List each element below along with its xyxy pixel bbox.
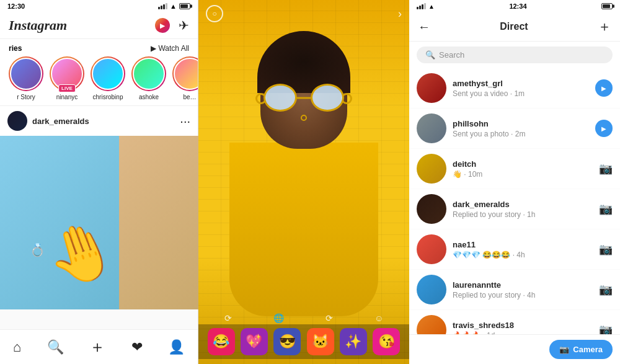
battery-icon — [179, 3, 190, 9]
dm-avatar — [417, 73, 446, 103]
camera-background: ○ › ⟳ — [198, 0, 409, 364]
dm-preview: Sent you a photo · 2m — [453, 130, 589, 138]
story-item[interactable]: chrisrobinp — [91, 56, 125, 100]
dm-preview: Replied to your story · 4h — [453, 291, 593, 300]
effect-sunglasses[interactable]: 😎 — [273, 328, 301, 355]
home-icon[interactable]: ⌂ — [13, 339, 21, 355]
story-name: r Story — [9, 94, 43, 100]
camera-btn-label: Camera — [573, 345, 603, 354]
camera-panel[interactable]: ○ › ⟳ — [198, 0, 409, 364]
dm-info: nae11 💎💎💎 😂😂😂 · 4h — [453, 240, 593, 259]
camera-ctrl-4[interactable]: ☺ — [374, 313, 383, 323]
dm-preview: Sent you a video · 1m — [453, 89, 589, 98]
dm-preview: 💎💎💎 😂😂😂 · 4h — [453, 251, 593, 259]
stories-header: ries ▶ Watch All — [0, 44, 198, 56]
feed-status-icons: ▲ — [158, 2, 190, 10]
back-button[interactable]: ← — [418, 20, 430, 34]
watch-all-button[interactable]: ▶ Watch All — [151, 44, 189, 53]
effect-sparkle[interactable]: ✨ — [340, 328, 367, 355]
camera-next-icon[interactable]: › — [398, 7, 402, 20]
reels-icon[interactable]: ▶ — [155, 18, 170, 33]
dm-username: deitch — [453, 159, 593, 169]
search-icon[interactable]: 🔍 — [47, 339, 64, 355]
stories-section: ries ▶ Watch All r Story LIVE ninanyc — [0, 39, 198, 106]
effect-kiss[interactable]: 😘 — [373, 328, 400, 355]
stories-label: ries — [9, 44, 22, 53]
dm-avatar — [417, 194, 446, 224]
post-image[interactable]: 🤚 💍 — [0, 136, 198, 309]
dm-info: amethyst_grl Sent you a video · 1m — [453, 79, 589, 98]
feed-time: 12:30 — [7, 2, 25, 10]
dm-play-button[interactable]: ▶ — [595, 120, 613, 137]
dm-info: phillsohn Sent you a photo · 2m — [453, 119, 589, 138]
dm-username: laurenanntte — [453, 280, 593, 290]
dm-camera-icon[interactable]: 📷 — [599, 323, 613, 334]
story-name: ashoke — [131, 94, 166, 100]
search-placeholder: Search — [439, 50, 464, 60]
dm-username: travis_shreds18 — [453, 321, 593, 330]
effect-heart[interactable]: 💖 — [241, 328, 268, 355]
feed-nav: ⌂ 🔍 ＋ ❤ 👤 — [0, 329, 198, 364]
dm-item[interactable]: amethyst_grl Sent you a video · 1m ▶ — [409, 68, 620, 109]
story-item[interactable]: r Story — [9, 56, 43, 100]
post-section: dark_emeralds ··· 🤚 💍 — [0, 106, 198, 309]
story-item[interactable]: LIVE ninanyc — [50, 56, 84, 100]
compose-button[interactable]: ＋ — [598, 17, 611, 36]
direct-panel: ▲ 12:34 ← Direct ＋ 🔍 Search amethyst_grl… — [409, 0, 620, 364]
dm-item[interactable]: dark_emeralds Replied to your story · 1h… — [409, 189, 620, 229]
dm-info: deitch 👋 · 10m — [453, 159, 593, 179]
dm-avatar — [417, 234, 446, 264]
wifi-icon: ▲ — [428, 3, 435, 10]
story-item[interactable]: be… — [172, 56, 198, 100]
dm-item[interactable]: deitch 👋 · 10m 📷 — [409, 149, 620, 189]
battery-icon — [601, 3, 613, 9]
effect-mouth[interactable]: 😂 — [208, 328, 235, 355]
story-avatar — [10, 58, 42, 90]
camera-ctrl-3[interactable]: ⟳ — [326, 313, 333, 323]
story-avatar — [174, 58, 198, 90]
feed-header-actions: ▶ ✈ — [155, 18, 189, 33]
dm-avatar — [417, 113, 446, 143]
direct-status-left: ▲ — [417, 3, 435, 10]
camera-ctrl-2[interactable]: 🌐 — [273, 313, 284, 323]
dm-item[interactable]: travis_shreds18 🔥🔥🔥 · 1d 📷 — [409, 310, 620, 334]
post-more-button[interactable]: ··· — [180, 115, 190, 127]
direct-header: ← Direct ＋ — [409, 12, 620, 42]
post-user: dark_emeralds — [7, 111, 89, 131]
dm-preview: Replied to your story · 1h — [453, 210, 593, 219]
add-post-icon[interactable]: ＋ — [89, 336, 105, 358]
search-icon: 🔍 — [425, 50, 435, 60]
sunglasses — [264, 84, 344, 112]
activity-icon[interactable]: ❤ — [131, 339, 143, 355]
dm-avatar — [417, 154, 446, 184]
camera-effects-row: 😂 💖 😎 🐱 ✨ 😘 — [198, 324, 409, 359]
person-figure — [217, 19, 391, 341]
story-item[interactable]: ashoke — [131, 56, 166, 100]
dm-camera-icon[interactable]: 📷 — [599, 202, 613, 216]
shirt — [229, 143, 378, 316]
dm-item[interactable]: laurenanntte Replied to your story · 4h … — [409, 270, 620, 310]
dm-avatar — [417, 315, 446, 334]
direct-icon[interactable]: ✈ — [179, 18, 189, 33]
dm-item[interactable]: nae11 💎💎💎 😂😂😂 · 4h 📷 — [409, 229, 620, 270]
camera-ctrl-1[interactable]: ⟳ — [224, 313, 232, 323]
camera-circle-btn[interactable]: ○ — [206, 5, 223, 22]
direct-time: 12:34 — [509, 2, 526, 10]
camera-top-bar: ○ › — [198, 0, 409, 27]
story-name: chrisrobinp — [91, 94, 125, 100]
camera-btn-icon: 📷 — [559, 345, 569, 354]
camera-button[interactable]: 📷 Camera — [549, 340, 613, 359]
effect-cat[interactable]: 🐱 — [307, 328, 334, 355]
feed-status-bar: 12:30 ▲ — [0, 0, 198, 12]
dm-info: laurenanntte Replied to your story · 4h — [453, 280, 593, 300]
dm-camera-icon[interactable]: 📷 — [599, 162, 613, 175]
wifi-icon: ▲ — [170, 2, 177, 10]
story-name: be… — [172, 94, 198, 100]
profile-icon[interactable]: 👤 — [168, 339, 185, 355]
dm-info: dark_emeralds Replied to your story · 1h — [453, 200, 593, 219]
dm-play-button[interactable]: ▶ — [595, 79, 613, 97]
dm-item[interactable]: phillsohn Sent you a photo · 2m ▶ — [409, 109, 620, 149]
dm-camera-icon[interactable]: 📷 — [599, 242, 613, 256]
dm-camera-icon[interactable]: 📷 — [599, 283, 613, 296]
direct-search-bar[interactable]: 🔍 Search — [417, 47, 613, 63]
